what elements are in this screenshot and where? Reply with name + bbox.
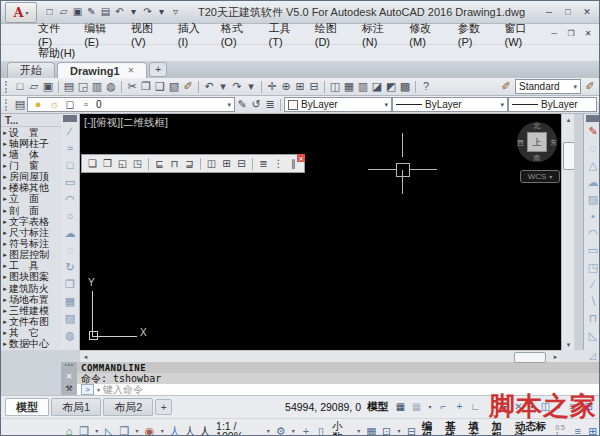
box-dropdown-icon[interactable]: ▾ — [134, 424, 141, 436]
menu-tools[interactable]: 工具(T) — [262, 21, 308, 48]
maximize-button[interactable]: □ — [560, 5, 576, 19]
layer-combo[interactable]: ●☼◻▫ 0 ▾ — [27, 97, 235, 112]
rect-icon[interactable]: ▭ — [585, 242, 600, 259]
align-left-icon[interactable]: ⊑ — [152, 157, 167, 171]
polar-dropdown-icon[interactable]: ▾ — [501, 400, 509, 414]
redo-dropdown-icon[interactable]: ▾ — [244, 80, 258, 94]
cloud-icon[interactable]: ☁ — [585, 174, 600, 191]
polar-tracking-icon[interactable]: ◔ — [485, 400, 498, 414]
drawing-canvas[interactable]: [-][俯视][二维线框] ❏❐◱◳⊑⊓⊒◫⊞⊟≣⋮∥ ✕ Y X 北 南 东 … — [80, 114, 561, 350]
align-top-icon[interactable]: ◳ — [130, 157, 145, 171]
horizontal-scrollbar[interactable]: ◂ ▸ — [80, 350, 561, 362]
circle-icon[interactable]: ○ — [62, 208, 78, 225]
qat-save-icon[interactable]: ▣ — [71, 5, 84, 19]
workspace-icon[interactable]: ❒ — [78, 424, 90, 436]
layer-manager-icon[interactable]: ▤ — [13, 98, 27, 112]
sheetset-icon[interactable]: ◪ — [370, 80, 384, 94]
minimize-button[interactable]: ─ — [541, 5, 557, 19]
annotation-dropdown-icon[interactable]: ▾ — [555, 400, 563, 414]
tz-object-icon[interactable]: ⌂ — [63, 424, 75, 436]
move-icon[interactable]: ◳ — [585, 259, 600, 276]
grid-dropdown-icon[interactable]: ▾ — [426, 400, 434, 414]
tab-start[interactable]: 开始 — [7, 62, 55, 78]
arc-icon[interactable]: ◠ — [62, 191, 78, 208]
toolbar-grip[interactable] — [63, 115, 77, 122]
new-icon[interactable]: □ — [13, 80, 27, 94]
grid-display-icon[interactable]: ▦ — [394, 400, 407, 414]
pan-icon[interactable]: ✛ — [265, 80, 279, 94]
layer-previous-icon[interactable]: ↺ — [249, 98, 263, 112]
vertical-scrollbar[interactable]: ▴ ▾ — [561, 114, 575, 350]
layer-states-icon[interactable]: ≣ — [263, 98, 277, 112]
new-layout-button[interactable]: + — [155, 399, 172, 415]
walk-icon-3[interactable]: 人 — [199, 424, 211, 436]
viewcube-west-label[interactable]: 西 — [517, 138, 524, 148]
pencil-icon[interactable]: ✎ — [585, 123, 600, 140]
qat-undo-dropdown-icon[interactable]: ▾ — [127, 5, 140, 19]
viewcube-south-label[interactable]: 南 — [517, 153, 557, 163]
osnap-icon[interactable]: ✕ — [512, 400, 525, 414]
tab-layout1[interactable]: 布局1 — [51, 398, 101, 416]
close-icon[interactable]: ✕ — [297, 154, 305, 162]
toggle-group[interactable]: 编组 — [421, 424, 441, 436]
scroll-left-icon[interactable]: ◂ — [80, 353, 91, 361]
linetype-combo[interactable]: ByLayer ▾ — [392, 97, 508, 112]
toolbar-grip[interactable] — [586, 115, 600, 122]
brush-icon[interactable]: ✐ — [499, 80, 513, 94]
viewcube-top-face[interactable]: 上 — [527, 132, 547, 152]
qat-undo-icon[interactable]: ↶ — [113, 5, 126, 19]
lineweight-combo[interactable]: ByLayer — [508, 97, 597, 112]
quickcalc-icon[interactable]: ▩ — [398, 80, 412, 94]
tab-drawing1[interactable]: Drawing1 ✕ — [57, 62, 147, 78]
line-icon[interactable]: ∕ — [62, 123, 78, 140]
revcloud-icon[interactable]: ☁ — [62, 225, 78, 242]
open-icon[interactable]: ▱ — [27, 80, 41, 94]
arc-icon[interactable]: ◠ — [585, 225, 600, 242]
equal-space-icon[interactable]: ⊟ — [234, 157, 249, 171]
array-icon[interactable]: ▦ — [62, 293, 78, 310]
walk-icon-1[interactable]: 人 — [169, 424, 181, 436]
toolbar-grip[interactable] — [5, 81, 11, 93]
doc-minimize-button[interactable]: ─ — [547, 27, 561, 41]
zoom-realtime-icon[interactable]: ⊕ — [279, 80, 293, 94]
new-tab-button[interactable]: + — [149, 62, 167, 77]
calc-icon[interactable]: ▦ — [365, 424, 377, 436]
hamburger-icon[interactable]: ≡ — [572, 424, 584, 436]
polygon-icon[interactable]: ▭ — [62, 174, 78, 191]
mirror-icon[interactable]: △ — [585, 157, 600, 174]
visual-style-icon[interactable]: ◉ — [144, 424, 156, 436]
qat-open-icon[interactable]: ▱ — [57, 5, 70, 19]
walk-icon-2[interactable]: 人 — [184, 424, 196, 436]
zoom-window-icon[interactable]: ⊞ — [293, 80, 307, 94]
precision-dropdown-icon[interactable]: ▾ — [355, 424, 362, 436]
toggle-fill[interactable]: 填充 — [467, 424, 487, 436]
paste-icon[interactable]: ❑ — [153, 80, 167, 94]
box-mode-icon[interactable]: ❒ — [118, 424, 130, 436]
menu-insert[interactable]: 插入(I) — [171, 21, 214, 48]
monitor-dropdown-icon[interactable]: ▾ — [396, 424, 403, 436]
qat-plot-icon[interactable]: ▤ — [99, 5, 112, 19]
viewcube[interactable]: 北 南 东 西 上 — [517, 122, 557, 162]
color-combo[interactable]: ByLayer ▾ — [284, 97, 392, 112]
workspace-dropdown-icon[interactable]: ▾ — [93, 424, 100, 436]
align-bottom-icon[interactable]: ◱ — [115, 157, 130, 171]
model-space-button[interactable]: 模型 — [367, 400, 388, 414]
close-icon[interactable]: ✕ — [62, 371, 76, 383]
publish-icon[interactable]: ▥ — [90, 80, 104, 94]
tz-status-icon[interactable]: ⊟ — [406, 424, 418, 436]
close-button[interactable]: ✕ — [579, 5, 595, 19]
columns-icon[interactable]: ⋮ — [271, 157, 286, 171]
isolate-icon[interactable]: ▯ — [315, 424, 327, 436]
qat-customize-icon[interactable]: ▿ — [169, 5, 182, 19]
designcenter-icon[interactable]: ▦ — [342, 80, 356, 94]
qat-redo-icon[interactable]: ↷ — [141, 5, 154, 19]
tab-layout2[interactable]: 布局2 — [103, 398, 153, 416]
add-scale-icon[interactable]: + — [300, 424, 312, 436]
brush-icon[interactable]: ✐ — [583, 80, 597, 94]
undo-dropdown-icon[interactable]: ▾ — [216, 80, 230, 94]
menu-view[interactable]: 视图(V) — [124, 21, 171, 48]
scale-dropdown-icon[interactable]: ▾ — [265, 424, 272, 436]
cut-icon[interactable]: ✂ — [125, 80, 139, 94]
toolbar-grip[interactable] — [5, 99, 11, 111]
save-icon[interactable]: ▣ — [41, 80, 55, 94]
